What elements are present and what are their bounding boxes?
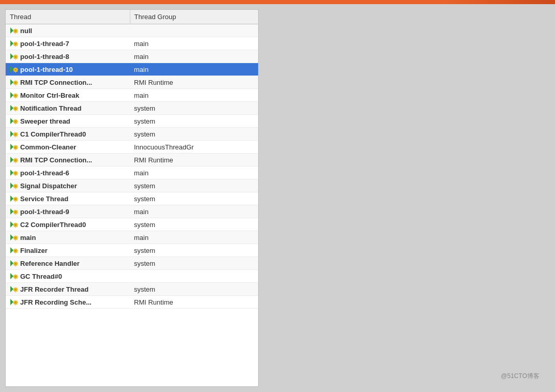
table-row[interactable]: RMI TCP Connection...RMI Runtime bbox=[6, 154, 258, 167]
thread-name-text: JFR Recorder Thread bbox=[20, 285, 88, 293]
table-row[interactable]: Finalizersystem bbox=[6, 244, 258, 257]
table-row[interactable]: null bbox=[6, 24, 258, 37]
svg-rect-204 bbox=[18, 263, 18, 264]
thread-name-text: Common-Cleaner bbox=[20, 143, 76, 151]
thread-group-cell: system bbox=[130, 115, 258, 128]
svg-marker-209 bbox=[10, 273, 13, 279]
thread-group-cell bbox=[130, 24, 258, 37]
thread-icon bbox=[10, 207, 18, 216]
svg-rect-201 bbox=[15, 262, 16, 263]
svg-rect-135 bbox=[15, 184, 16, 185]
thread-icon bbox=[10, 156, 18, 164]
thread-name-text: main bbox=[20, 234, 36, 242]
thread-name-cell: RMI TCP Connection... bbox=[6, 154, 130, 167]
table-row[interactable]: Service Threadsystem bbox=[6, 192, 258, 205]
svg-point-101 bbox=[14, 146, 17, 148]
thread-group-cell: main bbox=[130, 37, 258, 50]
svg-rect-203 bbox=[13, 263, 14, 264]
svg-rect-192 bbox=[13, 250, 14, 251]
svg-marker-121 bbox=[10, 170, 13, 176]
thread-table-panel: Thread Thread Group null bbox=[5, 9, 259, 387]
svg-rect-234 bbox=[15, 300, 16, 301]
svg-rect-3 bbox=[15, 29, 16, 30]
svg-rect-180 bbox=[15, 240, 16, 241]
thread-group-cell: system bbox=[130, 179, 258, 192]
svg-point-178 bbox=[14, 237, 17, 239]
thread-group-cell: system bbox=[130, 128, 258, 141]
table-row[interactable]: Signal Dispatchersystem bbox=[6, 179, 258, 192]
thread-name-cell: JFR Recording Sche... bbox=[6, 296, 130, 309]
thread-icon bbox=[10, 39, 18, 48]
thread-name-cell: pool-1-thread-8 bbox=[6, 50, 130, 63]
svg-rect-212 bbox=[15, 275, 16, 276]
table-row[interactable]: mainmain bbox=[6, 231, 258, 244]
svg-rect-6 bbox=[18, 31, 18, 31]
svg-point-167 bbox=[14, 224, 17, 226]
svg-rect-190 bbox=[15, 249, 16, 250]
table-row[interactable]: C1 CompilerThread0system bbox=[6, 128, 258, 141]
svg-marker-99 bbox=[10, 144, 13, 150]
column-header-group: Thread Group bbox=[130, 10, 258, 24]
thread-group-cell: main bbox=[130, 89, 258, 102]
table-row[interactable]: JFR Recording Sche...RMI Runtime bbox=[6, 296, 258, 309]
thread-icon bbox=[10, 52, 18, 61]
svg-point-90 bbox=[14, 133, 17, 135]
svg-rect-72 bbox=[18, 108, 18, 109]
thread-name-cell: Finalizer bbox=[6, 244, 130, 257]
thread-icon bbox=[10, 65, 18, 73]
table-row[interactable]: pool-1-thread-6main bbox=[6, 167, 258, 179]
table-row[interactable]: Sweeper threadsystem bbox=[6, 115, 258, 128]
svg-rect-160 bbox=[18, 212, 18, 212]
svg-point-222 bbox=[14, 289, 17, 291]
svg-marker-198 bbox=[10, 260, 13, 266]
svg-point-156 bbox=[14, 211, 17, 213]
table-row[interactable]: Reference Handlersystem bbox=[6, 257, 258, 270]
svg-rect-226 bbox=[18, 289, 18, 290]
svg-marker-44 bbox=[10, 79, 13, 85]
thread-icon bbox=[10, 246, 18, 254]
thread-group-cell bbox=[130, 270, 258, 283]
svg-rect-168 bbox=[15, 223, 16, 224]
svg-marker-88 bbox=[10, 131, 13, 137]
table-row[interactable]: JFR Recorder Threadsystem bbox=[6, 283, 258, 296]
svg-point-68 bbox=[14, 108, 17, 110]
thread-icon bbox=[10, 220, 18, 229]
thread-group-cell: system bbox=[130, 257, 258, 270]
table-row[interactable]: Common-CleanerInnocuousThreadGr bbox=[6, 141, 258, 154]
thread-icon bbox=[10, 285, 18, 293]
svg-rect-14 bbox=[15, 42, 16, 43]
thread-name-cell: pool-1-thread-6 bbox=[6, 167, 130, 179]
thread-name-cell: JFR Recorder Thread bbox=[6, 283, 130, 296]
watermark: @51CTO博客 bbox=[501, 372, 539, 381]
thread-name-cell: Notification Thread bbox=[6, 102, 130, 115]
table-row[interactable]: pool-1-thread-9main bbox=[6, 205, 258, 218]
svg-rect-91 bbox=[15, 132, 16, 133]
svg-rect-94 bbox=[18, 134, 18, 134]
table-row[interactable]: GC Thread#0 bbox=[6, 270, 258, 283]
thread-icon bbox=[10, 91, 18, 99]
thread-name-cell: pool-1-thread-9 bbox=[6, 205, 130, 218]
table-row[interactable]: Notification Threadsystem bbox=[6, 102, 258, 115]
svg-rect-115 bbox=[13, 160, 14, 160]
svg-rect-69 bbox=[15, 107, 16, 108]
table-row[interactable]: pool-1-thread-7main bbox=[6, 37, 258, 50]
svg-rect-169 bbox=[15, 227, 16, 228]
svg-rect-61 bbox=[18, 95, 18, 96]
svg-rect-50 bbox=[18, 82, 18, 83]
thread-name-text: Finalizer bbox=[20, 247, 48, 254]
svg-point-2 bbox=[14, 30, 17, 32]
svg-rect-137 bbox=[13, 186, 14, 186]
svg-point-123 bbox=[14, 172, 17, 174]
table-row[interactable]: RMI TCP Connection...RMI Runtime bbox=[6, 76, 258, 89]
thread-group-cell: InnocuousThreadGr bbox=[130, 141, 258, 154]
svg-rect-60 bbox=[13, 95, 14, 96]
svg-rect-28 bbox=[18, 56, 18, 57]
table-row[interactable]: pool-1-thread-8main bbox=[6, 50, 258, 63]
table-row[interactable]: pool-1-thread-10main bbox=[6, 63, 258, 76]
table-row[interactable]: Monitor Ctrl-Breakmain bbox=[6, 89, 258, 102]
table-row[interactable]: C2 CompilerThread0system bbox=[6, 218, 258, 231]
thread-group-cell: main bbox=[130, 205, 258, 218]
thread-name-text: null bbox=[20, 27, 32, 35]
svg-rect-159 bbox=[13, 212, 14, 212]
svg-rect-102 bbox=[15, 145, 16, 146]
